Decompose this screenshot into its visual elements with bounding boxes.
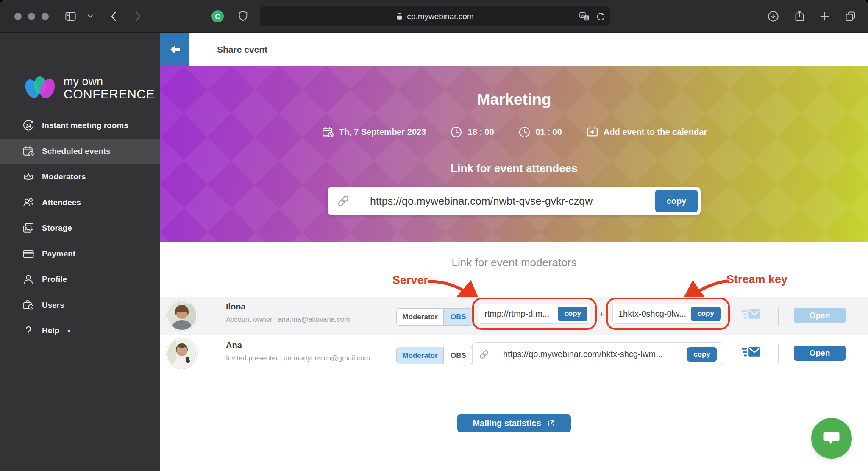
- stream-key-input[interactable]: 1hktx-0shcg-0lw... copy: [612, 304, 723, 324]
- server-highlight-circle: rtmp://rtmp-d.m... copy: [472, 298, 597, 330]
- reload-icon[interactable]: [596, 11, 606, 21]
- grammarly-extension-icon[interactable]: G: [211, 10, 224, 23]
- mailing-statistics-label: Mailing statistics: [473, 418, 541, 428]
- external-link-icon: [547, 419, 556, 428]
- logo-mark: [23, 75, 58, 100]
- sidebar-item-label: Users: [42, 301, 64, 310]
- chat-widget-button[interactable]: [811, 418, 852, 459]
- moderator-link-input[interactable]: https://qo.mywebinar.com/hktx-shcg-lwm..…: [472, 342, 723, 366]
- sidebar-toggle-icon[interactable]: [64, 10, 77, 22]
- sidebar-item-label: Payment: [42, 249, 75, 259]
- plus-separator: +: [597, 309, 606, 319]
- event-start-time: 18 : 00: [450, 125, 494, 139]
- event-duration-text: 01 : 00: [536, 127, 562, 137]
- bag-clock-icon: [22, 299, 35, 312]
- moderator-name: Ana: [226, 340, 242, 350]
- address-bar[interactable]: cp.mywebinar.com A あ: [260, 6, 610, 26]
- app-logo[interactable]: my own CONFERENCE: [23, 75, 155, 100]
- new-tab-icon[interactable]: [819, 11, 830, 22]
- svg-text:24: 24: [26, 124, 31, 128]
- event-duration: 01 : 00: [518, 125, 562, 139]
- sidebar-item-attendees[interactable]: Attendees: [0, 190, 160, 216]
- logo-line2: CONFERENCE: [64, 87, 155, 100]
- copy-server-url-button[interactable]: copy: [558, 307, 587, 321]
- chevron-down-icon[interactable]: [87, 14, 93, 18]
- share-icon[interactable]: [793, 9, 806, 22]
- server-annotation: Server: [392, 274, 428, 287]
- sidebar-item-moderators[interactable]: Moderators: [0, 164, 160, 190]
- sidebar-item-label: Scheduled events: [42, 147, 111, 156]
- avatar: [167, 339, 196, 368]
- person-icon: [22, 273, 35, 286]
- event-banner: Marketing Th, 7 September 2023 18 : 00 0…: [160, 66, 868, 242]
- sidebar-item-label: Profile: [42, 275, 67, 284]
- moderator-details: Account owner | ana.ma@akovana.com: [226, 315, 350, 323]
- link-icon-cell: [473, 343, 495, 366]
- toggle-moderator-option[interactable]: Moderator: [397, 309, 443, 325]
- moderators-heading: Link for event moderators: [160, 256, 868, 269]
- sidebar-item-label: Instant meeting rooms: [42, 121, 128, 130]
- arrow-left-icon: [169, 45, 181, 54]
- event-date-text: Th, 7 September 2023: [339, 127, 426, 137]
- attendee-link-value[interactable]: https://qo.mywebinar.com/nwbt-qvse-gvkr-…: [359, 195, 655, 207]
- attendee-link-box: https://qo.mywebinar.com/nwbt-qvse-gvkr-…: [328, 187, 701, 215]
- forward-nav-icon[interactable]: [134, 11, 142, 22]
- calendar-clock-icon: [321, 125, 334, 139]
- copy-stream-key-button[interactable]: copy: [691, 307, 721, 321]
- people-icon: [22, 196, 35, 209]
- open-room-button[interactable]: Open: [794, 308, 846, 323]
- open-room-button[interactable]: Open: [794, 346, 846, 361]
- page-header: Share event: [160, 33, 868, 66]
- window-close-button[interactable]: [14, 13, 22, 20]
- event-date: Th, 7 September 2023: [321, 125, 426, 139]
- server-url-value[interactable]: rtmp://rtmp-d.m...: [479, 309, 558, 319]
- mailing-statistics-button[interactable]: Mailing statistics: [457, 414, 571, 432]
- copy-moderator-link-button[interactable]: copy: [687, 347, 717, 362]
- server-url-input[interactable]: rtmp://rtmp-d.m... copy: [479, 304, 590, 324]
- sidebar-menu: 24 Instant meeting rooms Scheduled event…: [0, 113, 160, 344]
- sidebar-item-users[interactable]: Users: [0, 293, 160, 318]
- chat-bubble-icon: [822, 429, 841, 447]
- avatar: [167, 301, 196, 330]
- toggle-moderator-option[interactable]: Moderator: [397, 347, 443, 364]
- moderator-link-value[interactable]: https://qo.mywebinar.com/hktx-shcg-lwm..…: [495, 349, 687, 359]
- window-zoom-button[interactable]: [42, 13, 49, 20]
- sidebar-item-scheduled-events[interactable]: Scheduled events: [0, 139, 160, 164]
- copy-attendee-link-button[interactable]: copy: [655, 190, 698, 212]
- shield-extension-icon[interactable]: [237, 10, 249, 22]
- downloads-icon[interactable]: [767, 10, 779, 22]
- svg-text:G: G: [215, 13, 220, 21]
- event-start-time-text: 18 : 00: [467, 127, 494, 137]
- calendar-plus-icon: [586, 125, 599, 139]
- sidebar-item-payment[interactable]: Payment: [0, 241, 160, 267]
- sidebar-item-help[interactable]: Help ▾: [0, 318, 160, 344]
- sidebar-item-profile[interactable]: Profile: [0, 267, 160, 293]
- credit-card-icon: [22, 248, 35, 260]
- mailing-icon[interactable]: [742, 346, 761, 362]
- translate-icon[interactable]: A あ: [579, 11, 590, 22]
- link-icon: [478, 348, 490, 360]
- stream-key-value[interactable]: 1hktx-0shcg-0lw...: [613, 309, 691, 319]
- sidebar-item-storage[interactable]: Storage: [0, 215, 160, 241]
- divider: [778, 307, 779, 326]
- stream-key-highlight-circle: 1hktx-0shcg-0lw... copy: [606, 298, 730, 330]
- back-nav-icon[interactable]: [109, 11, 118, 22]
- back-button[interactable]: [160, 33, 189, 66]
- window-minimize-button[interactable]: [28, 13, 35, 20]
- add-to-calendar-label: Add event to the calendar: [604, 127, 707, 137]
- event-title: Marketing: [160, 91, 868, 109]
- toggle-obs-option[interactable]: OBS: [443, 347, 473, 364]
- mailing-icon[interactable]: [742, 309, 761, 324]
- add-to-calendar[interactable]: Add event to the calendar: [586, 125, 707, 139]
- moderator-name: Ilona: [226, 302, 246, 312]
- moderator-details: Invited presenter | an.martynovich@gmail…: [226, 354, 370, 362]
- dashed-clock-icon: [518, 125, 531, 139]
- link-icon-cell: [328, 187, 359, 215]
- mode-toggle: Moderator OBS: [396, 308, 473, 326]
- toggle-obs-option[interactable]: OBS: [443, 309, 473, 325]
- logo-text: my own CONFERENCE: [64, 75, 155, 100]
- sidebar-item-label: Storage: [42, 223, 72, 233]
- tab-overview-icon[interactable]: [844, 10, 857, 22]
- sidebar-item-instant-meeting-rooms[interactable]: 24 Instant meeting rooms: [0, 113, 160, 139]
- mode-toggle: Moderator OBS: [396, 347, 473, 364]
